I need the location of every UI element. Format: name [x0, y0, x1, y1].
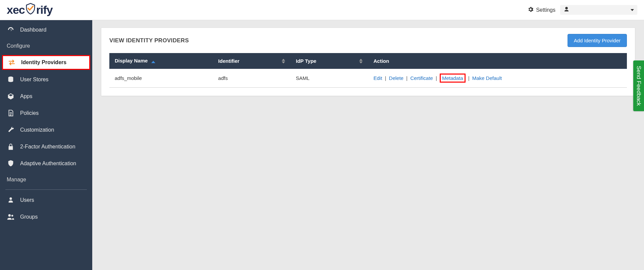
- sidebar-item-label: Adaptive Authentication: [20, 161, 76, 167]
- sidebar-item-label: 2-Factor Authentication: [20, 144, 75, 150]
- brand-logo: xec rify: [7, 3, 53, 17]
- sidebar-item-apps[interactable]: Apps: [0, 88, 92, 105]
- shield-icon: [7, 160, 15, 167]
- identity-providers-table: Display Name Identifier IdP Type: [109, 53, 627, 88]
- action-certificate[interactable]: Certificate: [410, 75, 433, 81]
- sidebar-item-policies[interactable]: Policies: [0, 105, 92, 122]
- sidebar-section-manage: Manage: [0, 172, 92, 187]
- box-icon: [7, 93, 15, 100]
- cell-identifier: adfs: [213, 69, 290, 88]
- sidebar-item-label: Dashboard: [20, 27, 46, 33]
- action-delete[interactable]: Delete: [389, 75, 404, 81]
- page-title: VIEW IDENTITY PROVIDERS: [109, 37, 189, 44]
- topbar: xec rify Settings: [0, 0, 644, 20]
- gear-icon: [527, 6, 534, 14]
- table-row: adfs_mobile adfs SAML Edit | Delete | Ce…: [109, 69, 627, 88]
- cell-idp-type: SAML: [290, 69, 368, 88]
- col-label: Action: [373, 58, 389, 64]
- sidebar-item-label: User Stores: [20, 77, 48, 83]
- user-icon: [7, 196, 15, 204]
- sidebar-item-label: Groups: [20, 214, 38, 220]
- document-icon: [7, 109, 15, 117]
- action-metadata[interactable]: Metadata: [442, 75, 463, 81]
- action-edit[interactable]: Edit: [373, 75, 382, 81]
- users-icon: [7, 213, 15, 221]
- sidebar-divider: [5, 189, 87, 190]
- separator: |: [406, 75, 408, 81]
- panel-identity-providers: VIEW IDENTITY PROVIDERS Add Identity Pro…: [101, 28, 635, 96]
- cell-display-name: adfs_mobile: [109, 69, 213, 88]
- swap-icon: [8, 59, 16, 65]
- col-display-name[interactable]: Display Name: [109, 53, 213, 69]
- main-content: VIEW IDENTITY PROVIDERS Add Identity Pro…: [92, 20, 644, 270]
- dashboard-icon: [7, 26, 15, 34]
- col-idp-type[interactable]: IdP Type: [290, 53, 368, 69]
- action-make-default[interactable]: Make Default: [472, 75, 502, 81]
- sort-icon: [282, 59, 285, 63]
- panel-body: Display Name Identifier IdP Type: [101, 53, 635, 96]
- sidebar: Dashboard Configure Identity Providers U…: [0, 20, 92, 270]
- user-icon: [564, 6, 570, 13]
- separator: |: [385, 75, 386, 81]
- sidebar-item-label: Policies: [20, 110, 39, 116]
- cell-actions: Edit | Delete | Certificate | Metadata |: [368, 69, 627, 88]
- wrench-icon: [7, 126, 15, 134]
- col-label: IdP Type: [296, 58, 316, 64]
- separator: |: [468, 75, 470, 81]
- table-header-row: Display Name Identifier IdP Type: [109, 53, 627, 69]
- shield-icon: [25, 3, 36, 17]
- brand-post: rify: [36, 3, 53, 16]
- sidebar-item-label: Customization: [20, 127, 54, 133]
- settings-label: Settings: [536, 7, 555, 13]
- sidebar-item-customization[interactable]: Customization: [0, 122, 92, 138]
- app-body: Dashboard Configure Identity Providers U…: [0, 20, 644, 270]
- chevron-down-icon: [631, 9, 634, 11]
- sort-icon: [359, 59, 363, 63]
- user-menu[interactable]: [560, 5, 637, 15]
- sidebar-item-user-stores[interactable]: User Stores: [0, 71, 92, 88]
- sidebar-item-label: Users: [20, 197, 34, 203]
- sidebar-section-configure: Configure: [0, 38, 92, 54]
- sidebar-item-label: Apps: [20, 93, 32, 99]
- panel-header: VIEW IDENTITY PROVIDERS Add Identity Pro…: [101, 28, 635, 53]
- sidebar-item-users[interactable]: Users: [0, 192, 92, 209]
- sidebar-item-adaptive-auth[interactable]: Adaptive Authentication: [0, 155, 92, 172]
- sidebar-item-dashboard[interactable]: Dashboard: [0, 21, 92, 38]
- sidebar-item-identity-providers[interactable]: Identity Providers: [2, 55, 90, 70]
- sidebar-item-2fa[interactable]: 2-Factor Authentication: [0, 138, 92, 155]
- highlight-metadata: Metadata: [440, 74, 466, 83]
- send-feedback-tab[interactable]: Send Feedback: [633, 60, 644, 111]
- col-label: Display Name: [115, 58, 148, 63]
- lock-icon: [7, 143, 15, 150]
- sidebar-item-groups[interactable]: Groups: [0, 209, 92, 225]
- col-label: Identifier: [218, 58, 239, 64]
- sidebar-item-label: Identity Providers: [21, 59, 66, 65]
- col-action: Action: [368, 53, 627, 69]
- settings-link[interactable]: Settings: [527, 6, 555, 14]
- brand-text: xec rify: [7, 3, 53, 17]
- separator: |: [436, 75, 437, 81]
- sort-asc-icon: [151, 58, 155, 64]
- svg-point-2: [11, 215, 13, 217]
- svg-point-1: [8, 214, 11, 217]
- col-identifier[interactable]: Identifier: [213, 53, 290, 69]
- brand-pre: xec: [7, 3, 25, 16]
- database-icon: [7, 76, 15, 83]
- topbar-right: Settings: [527, 5, 637, 15]
- add-identity-provider-button[interactable]: Add Identity Provider: [568, 34, 627, 47]
